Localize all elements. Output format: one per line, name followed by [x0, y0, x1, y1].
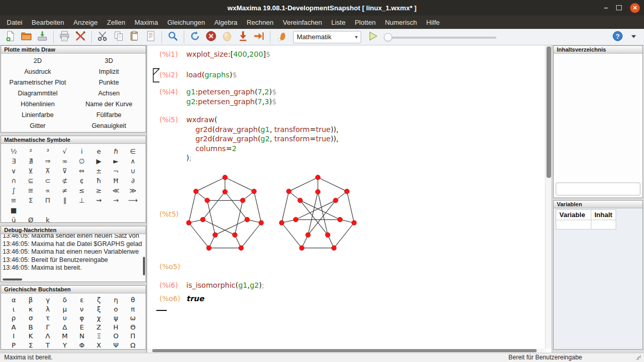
menu-item-maxima[interactable]: Maxima	[130, 15, 163, 29]
figure-cell[interactable]: (%t5)	[147, 174, 544, 255]
draw-button-parametrischer-plot[interactable]: Parametrischer Plot	[2, 77, 73, 88]
greek-39c[interactable]: Μ	[56, 332, 73, 341]
menu-item-hilfe[interactable]: Hilfe	[422, 15, 444, 29]
symbol-2245[interactable]: ≅	[22, 186, 39, 195]
code-cell[interactable]: (%i6)is_isomorphic(g1,g2);	[147, 281, 544, 290]
symbol-3a0[interactable]: Π	[39, 195, 56, 205]
menu-item-datei[interactable]: Datei	[2, 15, 27, 29]
output-cell[interactable]: (%o5)	[147, 262, 544, 272]
greek-39d[interactable]: Ν	[73, 332, 90, 341]
debug-horizontal-scrollbar[interactable]	[3, 278, 22, 281]
play-button[interactable]	[366, 30, 380, 44]
symbol-b1[interactable]: ±	[90, 166, 107, 176]
draw-button-name-der-kurve[interactable]: Name der Kurve	[73, 98, 144, 109]
symbol-25ba[interactable]: ►	[107, 156, 124, 166]
draw-button-implizit[interactable]: Implizit	[73, 66, 144, 77]
draw-button-achsen[interactable]: Achsen	[73, 88, 144, 98]
wxmaxima-logo-button[interactable]	[274, 30, 288, 44]
symbol-69[interactable]: i	[73, 146, 90, 156]
restart-maxima-button[interactable]	[188, 30, 202, 44]
worksheet[interactable]: (%i1)wxplot_size:[400,200]$(%i2)load(gra…	[147, 45, 544, 349]
worksheet-vertical-scrollbar[interactable]	[545, 45, 552, 349]
greek-3bc[interactable]: μ	[56, 305, 73, 314]
output-cell[interactable]: (%o6)true	[147, 294, 544, 304]
greek-399[interactable]: Ι	[5, 332, 22, 341]
symbol-bd[interactable]: ½	[5, 146, 22, 156]
symbol-22bb[interactable]: ⊻	[22, 166, 39, 176]
greek-3bd[interactable]: ν	[73, 305, 90, 314]
symbol-6b[interactable]: k	[39, 215, 56, 223]
greek-3b6[interactable]: ζ	[90, 295, 107, 305]
menu-item-rechnen[interactable]: Rechnen	[242, 15, 278, 29]
greek-3b1[interactable]: α	[5, 295, 22, 305]
draw-button-linienfarbe[interactable]: Linienfarbe	[2, 109, 73, 120]
greek-3c4[interactable]: τ	[39, 314, 56, 323]
symbol-21d4[interactable]: ⇔	[73, 166, 90, 176]
code-cell[interactable]: (%i5)wxdraw( gr2d(draw_graph(g1, transfo…	[147, 115, 544, 163]
menu-item-gleichungen[interactable]: Gleichungen	[163, 15, 210, 29]
greek-3a5[interactable]: Υ	[56, 341, 73, 350]
greek-3b2[interactable]: β	[22, 295, 39, 305]
greek-3b3[interactable]: γ	[39, 295, 56, 305]
greek-3a9[interactable]: Ω	[124, 341, 141, 350]
symbol-22bd[interactable]: ⊽	[56, 166, 73, 176]
code-input[interactable]: load(graphs)$	[186, 70, 237, 80]
greek-39f[interactable]: Ο	[107, 332, 124, 341]
menu-item-bearbeiten[interactable]: Bearbeiten	[27, 15, 69, 29]
greek-3a3[interactable]: Σ	[22, 341, 39, 350]
symbol-2228[interactable]: ∨	[5, 166, 22, 176]
draw-button-h-henlinien[interactable]: Höhenlinien	[2, 98, 73, 109]
symbol-2204[interactable]: ∄	[22, 156, 39, 166]
paste-button[interactable]	[127, 30, 142, 44]
greek-3c3[interactable]: σ	[22, 314, 39, 323]
symbol-25a0[interactable]: ■	[5, 205, 22, 215]
greek-39b[interactable]: Λ	[39, 332, 56, 341]
symbol-221d[interactable]: ∝	[39, 186, 56, 195]
greek-3bb[interactable]: λ	[39, 305, 56, 314]
symbol-2208[interactable]: ∈	[124, 146, 141, 156]
code-input[interactable]: is_isomorphic(g1,g2);	[186, 281, 264, 290]
debug-vertical-scrollbar[interactable]	[143, 257, 145, 275]
variables-cell[interactable]	[556, 220, 591, 229]
interrupt-button[interactable]	[204, 30, 218, 44]
symbol-222b[interactable]: ∫	[5, 186, 22, 195]
symbol-27f6[interactable]: ⟶	[124, 195, 141, 205]
draw-button-ausdruck[interactable]: Ausdruck	[2, 66, 73, 77]
greek-3c1[interactable]: ρ	[5, 314, 22, 323]
cell-type-select[interactable]: Mathematik▾	[293, 31, 361, 43]
follow-button[interactable]	[220, 30, 234, 44]
configure-button[interactable]	[73, 30, 88, 44]
symbol-fc[interactable]: ü	[5, 215, 22, 223]
draw-button-punkte[interactable]: Punkte	[73, 77, 144, 88]
symbol-210f[interactable]: ℏ	[107, 146, 124, 156]
find-button[interactable]	[166, 30, 180, 44]
copy-button[interactable]	[111, 30, 126, 44]
symbol-126[interactable]: Ħ	[107, 176, 124, 186]
greek-393[interactable]: Γ	[39, 323, 56, 332]
greek-397[interactable]: Η	[107, 323, 124, 332]
greek-3a6[interactable]: Φ	[73, 341, 90, 350]
greek-392[interactable]: Β	[22, 323, 39, 332]
symbol-2261[interactable]: ≡	[5, 195, 22, 205]
code-cell[interactable]: (%i1)wxplot_size:[400,200]$	[147, 50, 544, 59]
greek-398[interactable]: Θ	[124, 323, 141, 332]
symbol-d8[interactable]: Ø	[22, 215, 39, 223]
symbol-22bc[interactable]: ⊼	[39, 166, 56, 176]
greek-3c8[interactable]: ψ	[107, 314, 124, 323]
code-input[interactable]: g1:petersen_graph(7,2)$g2:petersen_graph…	[186, 87, 277, 106]
evaluate-till-here-button[interactable]	[236, 30, 250, 44]
worksheet-cursor[interactable]	[156, 310, 167, 311]
symbol-2286[interactable]: ⊆	[22, 176, 39, 186]
draw-button-diagrammtitel[interactable]: Diagrammtitel	[2, 88, 73, 98]
greek-3c5[interactable]: υ	[56, 314, 73, 323]
greek-3a4[interactable]: Τ	[39, 341, 56, 350]
symbol-2202[interactable]: ∂	[124, 176, 141, 186]
symbol-b2[interactable]: ²	[22, 146, 39, 156]
symbol-2227[interactable]: ∧	[124, 156, 141, 166]
greek-3b4[interactable]: δ	[56, 295, 73, 305]
greek-391[interactable]: Α	[5, 323, 22, 332]
menu-item-anzeige[interactable]: Anzeige	[69, 15, 102, 29]
toc-filter-input[interactable]	[556, 183, 640, 195]
greek-394[interactable]: Δ	[56, 323, 73, 332]
symbol-a2[interactable]: ¢	[73, 176, 90, 186]
